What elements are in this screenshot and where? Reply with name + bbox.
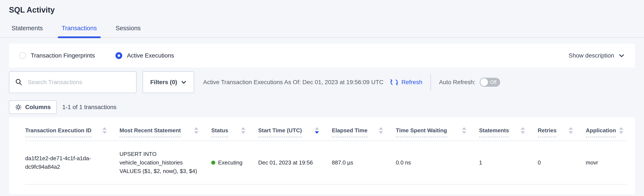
- column-header-transaction-execution-id[interactable]: Transaction Execution ID: [25, 117, 120, 141]
- table-row[interactable]: da1f21e2-de71-4c1f-a1da-dc9fc94a84a2 UPS…: [25, 141, 626, 185]
- columns-button[interactable]: Columns: [9, 100, 57, 114]
- refresh-label: Refresh: [402, 79, 422, 86]
- auto-refresh-label: Auto Refresh:: [439, 79, 476, 86]
- cell-start-time: Dec 01, 2023 at 19:56: [258, 141, 332, 184]
- table-header-row: Transaction Execution ID Most Recent Sta…: [25, 117, 626, 141]
- status-label: Executing: [218, 158, 242, 167]
- view-mode-radio-group: Transaction Fingerprints Active Executio…: [19, 52, 174, 59]
- radio-label: Active Executions: [127, 52, 174, 59]
- toggle-knob: [480, 78, 488, 86]
- radio-transaction-fingerprints[interactable]: Transaction Fingerprints: [19, 52, 95, 59]
- search-input[interactable]: [28, 79, 130, 86]
- column-header-start-time[interactable]: Start Time (UTC): [258, 117, 332, 141]
- result-count: 1-1 of 1 transactions: [62, 104, 116, 111]
- vertical-divider: [430, 74, 431, 91]
- show-description-toggle[interactable]: Show description: [569, 52, 625, 59]
- gear-icon: [15, 104, 22, 111]
- cell-application: movr: [586, 141, 626, 184]
- sort-arrows-icon[interactable]: [521, 127, 525, 137]
- cell-transaction-execution-id: da1f21e2-de71-4c1f-a1da-dc9fc94a84a2: [25, 141, 120, 184]
- columns-label: Columns: [25, 104, 51, 111]
- sort-arrows-icon[interactable]: [619, 127, 623, 137]
- sql-activity-page: SQL Activity Statements Transactions Ses…: [0, 0, 644, 194]
- column-header-statements[interactable]: Statements: [479, 117, 538, 141]
- toggle-state-label: Off: [490, 79, 496, 85]
- radio-active-executions[interactable]: Active Executions: [116, 52, 174, 59]
- radio-selected-icon[interactable]: [116, 52, 122, 59]
- sort-arrows-icon[interactable]: [102, 127, 107, 137]
- radio-unselected-icon[interactable]: [19, 52, 26, 59]
- chevron-down-icon: [181, 79, 186, 85]
- controls-row: Filters (0) Active Transaction Execution…: [9, 71, 635, 93]
- sort-arrows-icon[interactable]: [379, 127, 383, 137]
- column-header-status[interactable]: Status: [211, 117, 258, 141]
- column-header-time-spent-waiting[interactable]: Time Spent Waiting: [396, 117, 479, 141]
- tab-statements[interactable]: Statements: [9, 25, 46, 37]
- sort-arrows-icon[interactable]: [462, 127, 466, 137]
- sort-arrows-icon-active-desc[interactable]: [315, 127, 319, 137]
- as-of-timestamp: Active Transaction Executions As Of: Dec…: [203, 79, 384, 86]
- chevron-down-icon: [618, 52, 625, 59]
- filters-button[interactable]: Filters (0): [142, 71, 194, 93]
- transactions-table: Transaction Execution ID Most Recent Sta…: [9, 117, 635, 194]
- auto-refresh-control: Auto Refresh: Off: [439, 78, 500, 87]
- cell-most-recent-statement: UPSERT INTO vehicle_location_histories V…: [120, 141, 211, 184]
- tab-bar: Statements Transactions Sessions: [0, 25, 644, 38]
- refresh-icon: [390, 78, 398, 86]
- view-mode-panel: Transaction Fingerprints Active Executio…: [9, 44, 635, 67]
- refresh-button[interactable]: Refresh: [390, 78, 422, 86]
- status-executing-dot-icon: [211, 161, 215, 165]
- cell-time-spent-waiting: 0.0 ns: [396, 141, 479, 184]
- table-toolbar: Columns 1-1 of 1 transactions: [9, 100, 635, 114]
- radio-label: Transaction Fingerprints: [31, 52, 95, 59]
- page-title: SQL Activity: [9, 0, 635, 14]
- auto-refresh-toggle[interactable]: Off: [480, 78, 500, 87]
- sort-arrows-icon[interactable]: [194, 127, 198, 137]
- show-description-label: Show description: [569, 52, 614, 59]
- cell-elapsed-time: 887.0 µs: [332, 141, 396, 184]
- cell-status: Executing: [211, 141, 258, 184]
- cell-statements: 1: [479, 141, 538, 184]
- column-header-elapsed-time[interactable]: Elapsed Time: [332, 117, 396, 141]
- tab-transactions[interactable]: Transactions: [59, 25, 100, 37]
- column-header-most-recent-statement[interactable]: Most Recent Statement: [120, 117, 211, 141]
- column-header-application[interactable]: Application: [586, 117, 626, 141]
- filters-label: Filters (0): [150, 79, 177, 86]
- search-icon: [15, 78, 22, 86]
- column-header-retries[interactable]: Retries: [538, 117, 586, 141]
- sort-arrows-icon[interactable]: [241, 127, 246, 137]
- cell-retries: 0: [538, 141, 586, 184]
- sort-arrows-icon[interactable]: [569, 127, 573, 137]
- tab-sessions[interactable]: Sessions: [113, 25, 144, 37]
- search-box[interactable]: [9, 71, 136, 93]
